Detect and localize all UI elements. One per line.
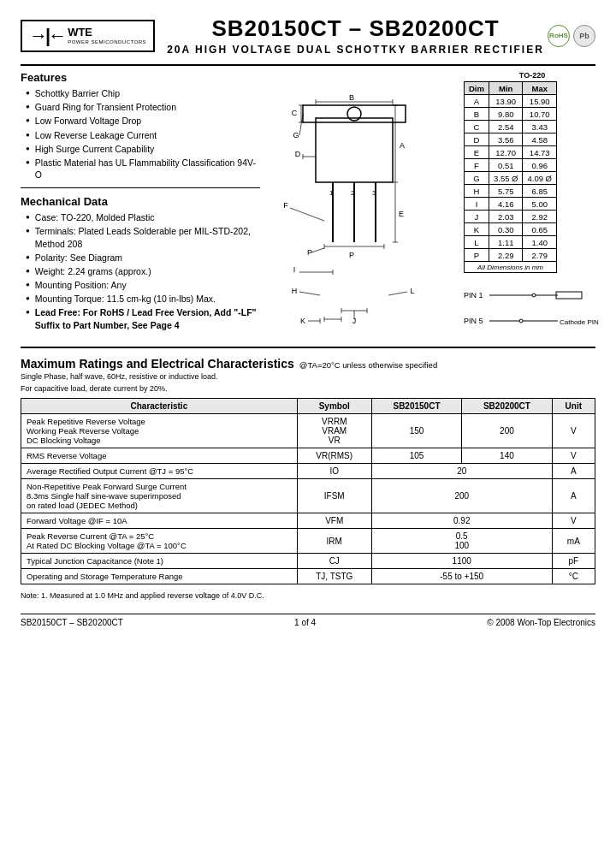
svg-text:K: K xyxy=(300,317,305,325)
main-content: Features Schottky Barrier Chip Guard Rin… xyxy=(21,71,595,338)
mech-item-5: Mounting Position: Any xyxy=(26,279,260,291)
svg-line-27 xyxy=(290,208,324,221)
svg-point-62 xyxy=(519,319,523,323)
svg-text:A: A xyxy=(400,141,405,150)
feature-item-2: Guard Ring for Transient Protection xyxy=(26,101,260,113)
svg-text:PIN 1: PIN 1 xyxy=(464,291,483,300)
features-list: Schottky Barrier Chip Guard Ring for Tra… xyxy=(21,87,260,181)
ratings-section: Maximum Ratings and Electrical Character… xyxy=(21,357,595,584)
svg-rect-59 xyxy=(556,292,582,299)
mech-item-1: Case: TO-220, Molded Plastic xyxy=(26,211,260,223)
ratings-table-row: Peak Reverse Current @TA = 25°C At Rated… xyxy=(21,529,595,554)
feature-item-5: High Surge Current Capability xyxy=(26,143,260,155)
dim-table-row: G3.55 Ø4.09 Ø xyxy=(465,172,557,185)
footnote: Note: 1. Measured at 1.0 MHz and applied… xyxy=(21,591,595,600)
dim-table-title: TO-220 xyxy=(464,71,601,80)
svg-text:Cathode PIN 2: Cathode PIN 2 xyxy=(560,318,601,326)
svg-text:I: I xyxy=(293,265,296,274)
dim-table-row: I4.165.00 xyxy=(465,198,557,211)
feature-item-1: Schottky Barrier Chip xyxy=(26,87,260,99)
svg-line-36 xyxy=(311,248,324,252)
footer-right: © 2008 Won-Top Electronics xyxy=(487,618,595,627)
ratings-table-row: Average Rectified Output Current @TJ = 9… xyxy=(21,464,595,479)
dim-table-row: D3.564.58 xyxy=(465,133,557,146)
logo-box: →|← WTE POWER SEMICONDUCTORS xyxy=(21,20,155,52)
ratings-sub2: For capacitive load, derate current by 2… xyxy=(21,384,595,393)
feature-item-3: Low Forward Voltage Drop xyxy=(26,115,260,127)
svg-text:2: 2 xyxy=(351,189,355,197)
logo-area: →|← WTE POWER SEMICONDUCTORS xyxy=(21,20,155,52)
page-header: →|← WTE POWER SEMICONDUCTORS SB20150CT –… xyxy=(21,15,595,59)
dimensions-table-area: TO-220 Dim Min Max A13.9015.90B9.8010.70… xyxy=(464,71,601,338)
footer-center: 1 of 4 xyxy=(294,618,316,627)
ratings-table-row: Operating and Storage Temperature RangeT… xyxy=(21,569,595,584)
dim-table-row: K0.300.65 xyxy=(465,223,557,236)
svg-text:C: C xyxy=(292,109,298,117)
svg-line-43 xyxy=(388,292,407,295)
svg-line-41 xyxy=(299,292,320,295)
mech-item-6: Mounting Torque: 11.5 cm-kg (10 in-lbs) … xyxy=(26,293,260,305)
dim-table-row: C2.543.43 xyxy=(465,121,557,133)
svg-text:F: F xyxy=(283,201,288,210)
svg-rect-0 xyxy=(316,118,393,182)
rohs-icon: RoHS xyxy=(548,25,570,47)
svg-text:H: H xyxy=(292,287,298,295)
svg-text:P: P xyxy=(349,251,354,259)
svg-text:PIN 5: PIN 5 xyxy=(464,317,483,325)
dim-table-row: B9.8010.70 xyxy=(465,108,557,121)
page-footer: SB20150CT – SB20200CT 1 of 4 © 2008 Won-… xyxy=(21,614,595,627)
ratings-col-symbol: Symbol xyxy=(297,399,371,414)
component-diagram: 1 2 3 B C G xyxy=(269,71,457,338)
logo-brand: WTE xyxy=(68,27,146,39)
part-title-area: SB20150CT – SB20200CT 20A HIGH VOLTAGE D… xyxy=(163,15,548,56)
ratings-note: @TA=20°C unless otherwise specified xyxy=(299,360,437,370)
ratings-divider xyxy=(21,347,595,348)
dim-footer: All Dimensions in mm xyxy=(465,262,557,273)
mech-item-4: Weight: 2.24 grams (approx.) xyxy=(26,265,260,277)
cert-icons: RoHS Pb xyxy=(548,25,595,47)
mechanical-title: Mechanical Data xyxy=(21,195,260,208)
pin-diagram: PIN 1 PIN 5 Cathode PIN 2 xyxy=(464,285,601,338)
header-divider xyxy=(21,64,595,66)
part-number: SB20150CT – SB20200CT xyxy=(163,15,548,42)
dim-table-row: E12.7014.73 xyxy=(465,146,557,159)
svg-text:G: G xyxy=(293,131,299,139)
mechanical-list: Case: TO-220, Molded Plastic Terminals: … xyxy=(21,211,260,331)
svg-point-57 xyxy=(532,294,536,297)
dim-col-dim: Dim xyxy=(465,82,489,95)
dim-table-row: J2.032.92 xyxy=(465,211,557,223)
ratings-sub1: Single Phase, half wave, 60Hz, resistive… xyxy=(21,372,595,381)
ratings-col-val1: SB20150CT xyxy=(371,399,461,414)
ratings-title: Maximum Ratings and Electrical Character… xyxy=(21,357,294,371)
diagram-area: 1 2 3 B C G xyxy=(269,71,596,338)
svg-text:1: 1 xyxy=(329,189,334,197)
logo-arrow-icon: →|← xyxy=(29,25,64,47)
dim-table-row: A13.9015.90 xyxy=(465,95,557,108)
svg-text:3: 3 xyxy=(372,189,376,197)
ratings-col-char: Characteristic xyxy=(21,399,298,414)
ratings-table-row: Forward Voltage @IF = 10AVFM0.92V xyxy=(21,513,595,529)
part-subtitle: 20A HIGH VOLTAGE DUAL SCHOTTKY BARRIER R… xyxy=(163,44,548,56)
features-title: Features xyxy=(21,71,260,84)
ratings-header: Maximum Ratings and Electrical Character… xyxy=(21,357,595,371)
svg-text:B: B xyxy=(349,93,354,102)
section-divider xyxy=(21,187,260,188)
svg-text:E: E xyxy=(399,210,404,218)
ratings-col-val2: SB20200CT xyxy=(462,399,552,414)
dim-col-max: Max xyxy=(523,82,557,95)
svg-text:D: D xyxy=(295,150,301,158)
ratings-table-row: Non-Repetitive Peak Forward Surge Curren… xyxy=(21,479,595,513)
dim-table-row: L1.111.40 xyxy=(465,236,557,249)
svg-text:L: L xyxy=(410,287,414,295)
dim-table-row: H5.756.85 xyxy=(465,185,557,198)
footer-left: SB20150CT – SB20200CT xyxy=(21,618,123,627)
right-column: 1 2 3 B C G xyxy=(269,71,596,338)
pb-icon: Pb xyxy=(573,25,595,47)
feature-item-6: Plastic Material has UL Flammability Cla… xyxy=(26,157,260,181)
dim-col-min: Min xyxy=(489,82,523,95)
dim-table-row: F0.510.96 xyxy=(465,159,557,172)
left-column: Features Schottky Barrier Chip Guard Rin… xyxy=(21,71,260,338)
mech-item-3: Polarity: See Diagram xyxy=(26,252,260,264)
ratings-table-row: Peak Repetitive Reverse Voltage Working … xyxy=(21,414,595,448)
dim-table-row: P2.292.79 xyxy=(465,249,557,262)
